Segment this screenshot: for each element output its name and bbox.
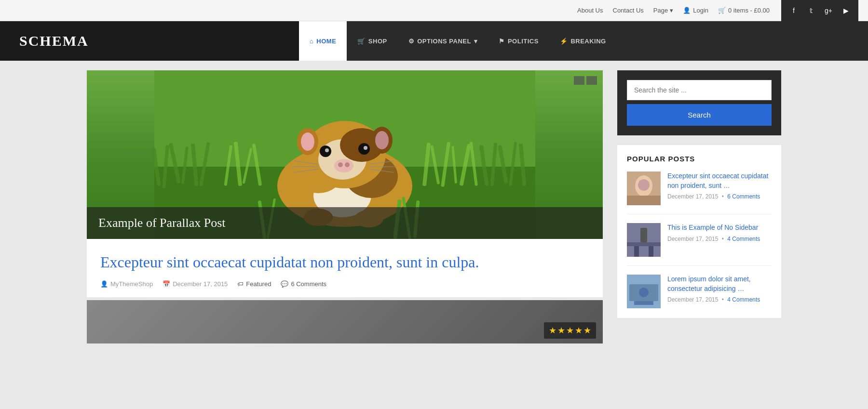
thumb-image-2 bbox=[627, 223, 661, 257]
popular-post-item-3: Lorem ipsum dolor sit amet, consectetur … bbox=[627, 275, 772, 308]
logo-area: SCHEMA bbox=[0, 21, 299, 61]
svg-rect-62 bbox=[649, 246, 653, 257]
post-date: 📅 December 17, 2015 bbox=[163, 280, 228, 288]
popular-post-info-3: Lorem ipsum dolor sit amet, consectetur … bbox=[667, 275, 772, 308]
tag-icon: 🏷 bbox=[237, 280, 244, 288]
chevron-down-icon: ▾ bbox=[670, 7, 673, 14]
cart-icon: 🛒 bbox=[718, 7, 726, 14]
svg-rect-57 bbox=[627, 196, 661, 205]
twitter-icon[interactable]: 𝕥 bbox=[802, 0, 820, 21]
popular-posts-widget: POPULAR POSTS Excepteur sint occaecat cu… bbox=[617, 145, 781, 318]
author-icon: 👤 bbox=[100, 280, 108, 288]
nav-home-label: HOME bbox=[316, 38, 336, 45]
nav-item-politics[interactable]: ⚑ POLITICS bbox=[488, 21, 549, 61]
calendar-icon: 📅 bbox=[163, 280, 170, 288]
flag-nav-icon: ⚑ bbox=[499, 38, 505, 45]
sidebar: Search POPULAR POSTS Excepteur sint occa… bbox=[617, 70, 781, 343]
star-2: ★ bbox=[557, 325, 565, 336]
star-1: ★ bbox=[549, 325, 556, 336]
gear-nav-icon: ⚙ bbox=[408, 38, 415, 45]
popular-posts-title: POPULAR POSTS bbox=[627, 155, 772, 163]
nav-item-shop[interactable]: 🛒 SHOP bbox=[347, 21, 397, 61]
svg-rect-59 bbox=[640, 228, 647, 242]
dot-1: • bbox=[722, 193, 724, 200]
svg-point-56 bbox=[638, 179, 650, 191]
dot-2: • bbox=[722, 236, 724, 242]
cart-nav-icon: 🛒 bbox=[357, 38, 366, 45]
nav-item-options[interactable]: ⚙ OPTIONS PANEL ▾ bbox=[398, 21, 488, 61]
popular-post-comments-1[interactable]: 6 Comments bbox=[727, 193, 760, 200]
popular-post-link-1[interactable]: Excepteur sint occaecat cupidatat non pr… bbox=[667, 172, 772, 190]
popular-post-item: Excepteur sint occaecat cupidatat non pr… bbox=[627, 172, 772, 214]
nav-options-label: OPTIONS PANEL bbox=[417, 38, 471, 45]
star-5: ★ bbox=[583, 325, 591, 336]
svg-point-38 bbox=[334, 159, 353, 172]
svg-point-35 bbox=[325, 148, 329, 152]
category-value[interactable]: Featured bbox=[246, 280, 271, 288]
youtube-icon[interactable]: ▶ bbox=[837, 0, 854, 21]
post-comments: 💬 6 Comments bbox=[281, 280, 326, 288]
post-overlay-title: Example of Parallax Post bbox=[98, 216, 591, 230]
nav-politics-label: POLITICS bbox=[508, 38, 539, 45]
popular-post-comments-3[interactable]: 4 Comments bbox=[727, 296, 760, 303]
svg-rect-66 bbox=[634, 301, 653, 305]
popular-post-thumb-3 bbox=[627, 275, 661, 308]
popular-post-date-1: December 17, 2015 bbox=[667, 193, 718, 200]
author-name: MyThemeShop bbox=[110, 280, 153, 288]
comment-icon: 💬 bbox=[281, 280, 288, 288]
site-logo: SCHEMA bbox=[19, 33, 89, 49]
top-bar: About Us Contact Us Page ▾ 👤 Login 🛒 0 i… bbox=[0, 0, 868, 21]
svg-point-33 bbox=[375, 131, 389, 149]
user-icon: 👤 bbox=[683, 7, 691, 14]
home-icon: ⌂ bbox=[310, 38, 313, 45]
popular-post-date-2: December 17, 2015 bbox=[667, 236, 718, 242]
comments-count[interactable]: 6 Comments bbox=[291, 280, 326, 288]
popular-post-thumb-1 bbox=[627, 172, 661, 205]
nav-item-breaking[interactable]: ⚡ BREAKING bbox=[549, 21, 617, 61]
social-icons-bar: f 𝕥 g+ ▶ bbox=[781, 0, 858, 21]
search-button[interactable]: Search bbox=[627, 104, 772, 126]
login-label: Login bbox=[693, 7, 708, 14]
popular-post-comments-2[interactable]: 4 Comments bbox=[727, 236, 760, 242]
post-title[interactable]: Excepteur sint occaecat cupidatat non pr… bbox=[100, 252, 589, 273]
main-content: Example of Parallax Post Excepteur sint … bbox=[87, 70, 603, 343]
chevron-down-icon: ▾ bbox=[474, 38, 478, 45]
lightning-nav-icon: ⚡ bbox=[560, 38, 568, 45]
post-body: Excepteur sint occaecat cupidatat non pr… bbox=[87, 239, 603, 297]
post-author: 👤 MyThemeShop bbox=[100, 280, 153, 288]
post-image: Example of Parallax Post bbox=[87, 70, 603, 239]
popular-post-meta-2: December 17, 2015 • 4 Comments bbox=[667, 236, 772, 242]
search-input[interactable] bbox=[627, 80, 772, 100]
popular-post-date-3: December 17, 2015 bbox=[667, 296, 718, 303]
popular-post-info-2: This is Example of No Sidebar December 1… bbox=[667, 223, 772, 257]
post-overlay: Example of Parallax Post bbox=[87, 207, 603, 239]
page-label: Page bbox=[653, 7, 668, 14]
star-4: ★ bbox=[575, 325, 583, 336]
popular-post-link-3[interactable]: Lorem ipsum dolor sit amet, consectetur … bbox=[667, 275, 772, 293]
star-rating: ★ ★ ★ ★ ★ bbox=[544, 322, 596, 339]
svg-point-65 bbox=[639, 288, 649, 297]
popular-post-link-2[interactable]: This is Example of No Sidebar bbox=[667, 223, 772, 233]
slide-next-button[interactable] bbox=[586, 76, 597, 85]
googleplus-icon[interactable]: g+ bbox=[820, 0, 837, 21]
nav-item-home[interactable]: ⌂ HOME bbox=[299, 21, 347, 61]
login-link[interactable]: 👤 Login bbox=[683, 7, 708, 14]
nav-shop-label: SHOP bbox=[368, 38, 387, 45]
facebook-icon[interactable]: f bbox=[785, 0, 802, 21]
cart-link[interactable]: 🛒 0 items - £0.00 bbox=[718, 7, 770, 14]
top-bar-nav: About Us Contact Us Page ▾ 👤 Login 🛒 0 i… bbox=[577, 7, 770, 14]
popular-post-info-1: Excepteur sint occaecat cupidatat non pr… bbox=[667, 172, 772, 205]
page-link[interactable]: Page ▾ bbox=[653, 7, 673, 14]
star-3: ★ bbox=[566, 325, 574, 336]
next-post-preview: ★ ★ ★ ★ ★ bbox=[87, 300, 603, 343]
popular-post-item-2: This is Example of No Sidebar December 1… bbox=[627, 223, 772, 266]
popular-post-meta-1: December 17, 2015 • 6 Comments bbox=[667, 193, 772, 200]
contact-us-link[interactable]: Contact Us bbox=[613, 7, 644, 14]
thumb-image-1 bbox=[627, 172, 661, 205]
page-content: Example of Parallax Post Excepteur sint … bbox=[0, 61, 868, 353]
svg-rect-60 bbox=[627, 242, 661, 246]
svg-point-40 bbox=[345, 162, 350, 167]
slide-prev-button[interactable] bbox=[574, 76, 584, 85]
cart-label: 0 items - £0.00 bbox=[728, 7, 770, 14]
about-us-link[interactable]: About Us bbox=[577, 7, 603, 14]
